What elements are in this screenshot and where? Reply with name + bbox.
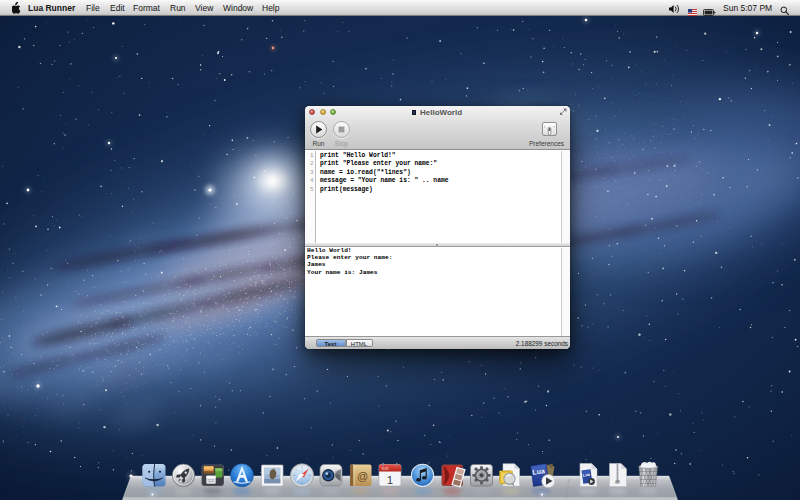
svg-text:@: @: [357, 470, 368, 482]
svg-text:ZIP: ZIP: [615, 480, 619, 484]
svg-text:SUN: SUN: [381, 467, 389, 471]
svg-text:1: 1: [387, 474, 393, 486]
